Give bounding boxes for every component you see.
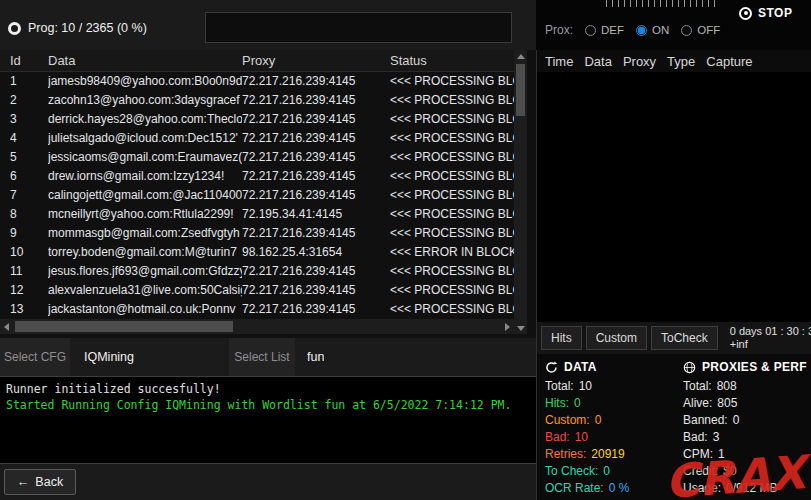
runner-window: Prog: 10 / 2365 (0 %) Prox: DEFONOFF STO… [0,0,811,500]
runner-text-input[interactable] [205,12,512,43]
stat-row: Banned:0 [683,412,809,429]
radio-label: OFF [697,24,720,36]
column-header-result-proxy[interactable]: Proxy [623,54,656,69]
top-bar-right: Prox: DEFONOFF STOP [536,0,811,50]
cell-data: mommasgb@gmail.com:Zsedfvgtyh [48,224,242,243]
stat-label: Credit: [683,463,718,480]
table-row[interactable]: 1jamesb98409@yahoo.com:B0o0n9d72.217.216… [0,72,514,91]
results-panel: Time Data Proxy Type Capture [536,50,811,322]
table-row[interactable]: 7calingojett@gmail.com:@Jac11040072.217.… [0,186,514,205]
cell-data: jamesb98409@yahoo.com:B0o0n9d [48,72,242,91]
stat-row: Total:808 [683,378,809,395]
select-list-button[interactable]: Select List [229,338,295,376]
elapsed-timer: 0 days 01 : 30 : 33 +inf [730,325,811,351]
cell-data: derrick.hayes28@yahoo.com:Theclo [48,110,242,129]
cell-status: <<< PROCESSING BLOCK [390,110,514,129]
cell-data: jackastanton@hotmail.co.uk:Ponnv [48,300,242,319]
stat-value: 0 [595,412,602,429]
stat-value: 0/912 MB [726,480,777,497]
cell-id: 5 [0,148,48,167]
cell-data: jessicaoms@gmail.com:Eraumavez( [48,148,242,167]
tab-tocheck[interactable]: ToCheck [651,326,718,350]
cell-proxy: 72.217.216.239:4145 [242,148,390,167]
cell-proxy: 72.217.216.239:4145 [242,72,390,91]
cell-status: <<< PROCESSING BLOCK [390,205,514,224]
stat-value: 10 [575,429,588,446]
stop-button[interactable]: STOP [739,2,809,24]
column-header-status[interactable]: Status [390,50,514,71]
proxies-panel-title: PROXIES & PERF [683,360,809,374]
prox-radio-def[interactable]: DEF [585,24,624,36]
cell-data: jesus.flores.jf693@gmail.com:Gfdzzy [48,262,242,281]
config-name: IQMining [84,350,229,364]
tab-hits[interactable]: Hits [541,326,582,350]
proxies-panel-rows: Total:808Alive:805Banned:0Bad:3CPM:1Cred… [683,378,809,497]
cell-status: <<< PROCESSING BLOCK [390,300,514,319]
bottom-bar: ← Back [0,464,536,500]
stat-value: 10 [579,378,592,395]
proxies-stats-panel: PROXIES & PERF Total:808Alive:805Banned:… [683,360,809,497]
checks-table-body: 1jamesb98409@yahoo.com:B0o0n9d72.217.216… [0,72,536,319]
cell-status: <<< PROCESSING BLOCK [390,148,514,167]
results-tabs: HitsCustomToCheck [541,326,718,350]
table-vertical-scrollbar[interactable] [514,50,527,334]
data-panel-title: DATA [545,360,677,374]
tab-custom[interactable]: Custom [586,326,647,350]
cell-proxy: 72.217.216.239:4145 [242,167,390,186]
prox-radio-on[interactable]: ON [636,24,669,36]
table-row[interactable]: 10torrey.boden@gmail.com:M@turin798.162.… [0,243,514,262]
bots-slider-ticks[interactable] [606,0,718,7]
cell-proxy: 72.217.216.239:4145 [242,110,390,129]
stat-value: 0 [603,463,610,480]
column-header-result-data[interactable]: Data [584,54,611,69]
stat-value: 20919 [591,446,624,463]
cell-id: 8 [0,205,48,224]
back-label: Back [35,475,63,489]
table-row[interactable]: 3derrick.hayes28@yahoo.com:Theclo72.217.… [0,110,514,129]
stat-row: Alive:805 [683,395,809,412]
cell-proxy: 72.217.216.239:4145 [242,224,390,243]
results-header: Time Data Proxy Type Capture [537,50,811,72]
table-row[interactable]: 9mommasgb@gmail.com:Zsedfvgtyh72.217.216… [0,224,514,243]
back-button[interactable]: ← Back [4,469,76,495]
prox-radio-off[interactable]: OFF [681,24,720,36]
stat-label: To Check: [545,463,598,480]
cell-id: 11 [0,262,48,281]
cell-data: calingojett@gmail.com:@Jac110400 [48,186,242,205]
stat-label: Total: [683,378,712,395]
column-header-capture[interactable]: Capture [706,54,752,69]
horizontal-scroll-thumb[interactable] [15,321,233,332]
column-header-time[interactable]: Time [545,54,573,69]
table-row[interactable]: 5jessicaoms@gmail.com:Eraumavez(72.217.2… [0,148,514,167]
scroll-down-arrow[interactable] [514,322,527,334]
stat-label: Hits: [545,395,569,412]
cell-id: 3 [0,110,48,129]
stat-value: 1 [718,446,725,463]
column-header-proxy[interactable]: Proxy [242,50,390,71]
table-row[interactable]: 6drew.iorns@gmail.com:Izzy1234!72.217.21… [0,167,514,186]
scroll-up-arrow[interactable] [514,50,527,62]
vertical-scroll-thumb[interactable] [516,64,525,116]
table-row[interactable]: 2zacohn13@yahoo.com:3daysgracef72.217.21… [0,91,514,110]
scroll-left-arrow[interactable] [0,319,14,334]
timer-line2: +inf [730,338,748,350]
select-cfg-button[interactable]: Select CFG [0,338,70,376]
stat-value: 808 [717,378,737,395]
table-horizontal-scrollbar[interactable] [0,319,514,334]
table-row[interactable]: 11jesus.flores.jf693@gmail.com:Gfdzzy72.… [0,262,514,281]
stat-label: Retries: [545,446,586,463]
table-row[interactable]: 12alexvalenzuela31@live.com:50Calsig72.2… [0,281,514,300]
stat-row: Credit:$0 [683,463,809,480]
table-row[interactable]: 8mcneillyrt@yahoo.com:Rtlula2299!72.195.… [0,205,514,224]
column-header-data[interactable]: Data [48,50,242,71]
column-header-type[interactable]: Type [667,54,695,69]
cell-id: 6 [0,167,48,186]
scroll-right-arrow[interactable] [500,319,514,334]
stat-label: OCR Rate: [545,480,604,497]
table-row[interactable]: 4julietsalgado@icloud.com:Dec1512'72.217… [0,129,514,148]
table-header: Id Data Proxy Status [0,50,514,72]
table-row[interactable]: 13jackastanton@hotmail.co.uk:Ponnv72.217… [0,300,514,319]
cell-proxy: 98.162.25.4:31654 [242,243,390,262]
stat-row: Custom:0 [545,412,677,429]
column-header-id[interactable]: Id [0,50,48,71]
